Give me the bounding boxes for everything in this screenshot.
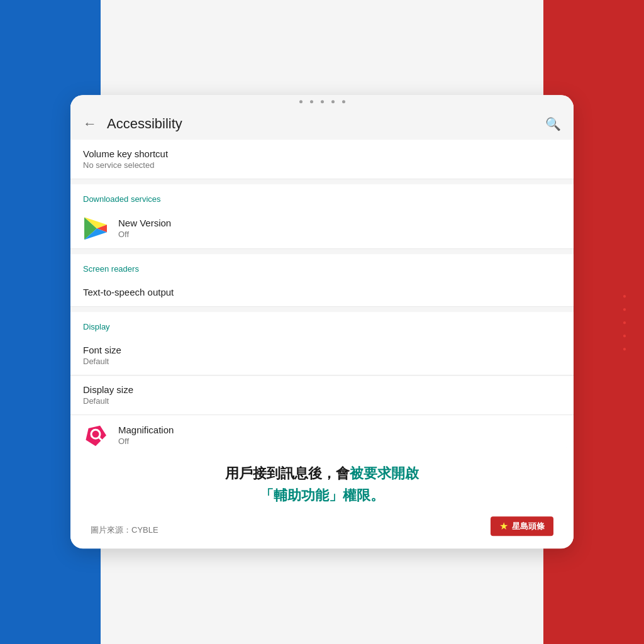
status-dot-2 (310, 100, 313, 103)
dot-2: ● (623, 306, 626, 313)
font-size-subtitle: Default (83, 357, 561, 366)
display-size-title: Display size (83, 384, 561, 395)
downloaded-section-header: Downloaded services (70, 184, 574, 208)
caption-part1: 用戶接到訊息後，會 (225, 465, 350, 481)
main-card: ← Accessibility 🔍 Volume key shortcut No… (70, 95, 574, 548)
volume-key-title: Volume key shortcut (83, 148, 561, 159)
logo-box: ★ 星島頭條 (491, 517, 553, 536)
dot-5: ● (623, 345, 626, 352)
magnification-item[interactable]: Magnification Off (70, 415, 574, 447)
screen-readers-header: Screen readers (70, 254, 574, 278)
new-version-subtitle: Off (118, 230, 171, 239)
font-size-title: Font size (83, 345, 561, 355)
display-section-header: Display (70, 312, 574, 336)
new-version-item[interactable]: New Version Off (70, 208, 574, 249)
logo-text: 星島頭條 (512, 521, 545, 532)
divider-1 (70, 179, 574, 184)
magnification-title: Magnification (118, 425, 174, 435)
caption-part2: 被要求開啟 (350, 465, 419, 481)
font-size-item[interactable]: Font size Default (70, 336, 574, 375)
display-section-label: Display (83, 322, 110, 331)
dot-4: ● (623, 332, 626, 339)
status-dot-3 (321, 100, 324, 103)
volume-key-subtitle: No service selected (83, 160, 561, 170)
display-size-subtitle: Default (83, 396, 561, 406)
downloaded-section-label: Downloaded services (83, 194, 161, 204)
play-store-icon (83, 216, 108, 241)
phone-screen: ← Accessibility 🔍 Volume key shortcut No… (70, 95, 574, 447)
divider-3 (70, 307, 574, 312)
magnification-text: Magnification Off (118, 425, 174, 446)
text-to-speech-title: Text-to-speech output (83, 287, 561, 297)
divider-2 (70, 249, 574, 254)
status-dot-5 (342, 100, 345, 103)
page-wrapper: ● ● ● ● ● ← Accessibility 🔍 (0, 0, 644, 644)
caption-section: 用戶接到訊息後，會被要求開啟 「輔助功能」權限。 圖片來源：CYBLE ★ 星島… (70, 447, 574, 548)
status-dot-1 (299, 100, 303, 103)
new-version-title: New Version (118, 218, 171, 228)
logo-star: ★ (499, 521, 508, 533)
top-app-bar: ← Accessibility 🔍 (70, 106, 574, 140)
volume-key-item[interactable]: Volume key shortcut No service selected (70, 140, 574, 179)
search-icon[interactable]: 🔍 (545, 116, 561, 131)
status-dot-4 (331, 100, 335, 103)
caption-part3: 「輔助功能」權限。 (260, 488, 384, 504)
magnification-subtitle: Off (118, 436, 174, 446)
new-version-text: New Version Off (118, 218, 171, 239)
screen-title: Accessibility (107, 116, 545, 132)
screen-readers-label: Screen readers (83, 264, 139, 274)
magnification-icon (83, 423, 108, 447)
caption-text: 用戶接到訊息後，會被要求開啟 「輔助功能」權限。 (91, 462, 553, 506)
status-bar (70, 95, 574, 106)
text-to-speech-item[interactable]: Text-to-speech output (70, 278, 574, 307)
display-size-item[interactable]: Display size Default (70, 375, 574, 415)
dot-1: ● (623, 292, 626, 299)
dot-3: ● (623, 319, 626, 326)
dots-decoration: ● ● ● ● ● (623, 292, 626, 352)
settings-list: Volume key shortcut No service selected … (70, 140, 574, 447)
back-icon[interactable]: ← (83, 116, 97, 132)
source-label: 圖片來源：CYBLE (91, 525, 158, 536)
